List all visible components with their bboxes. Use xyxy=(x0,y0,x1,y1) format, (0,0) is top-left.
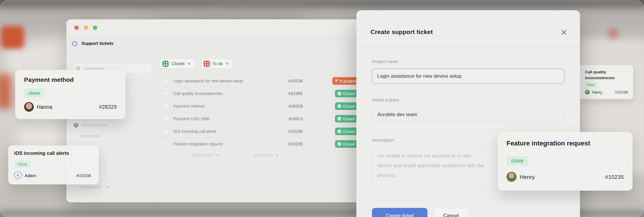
ticket-card-call-quality: Call quality inconsistencies close Hanry… xyxy=(579,65,633,99)
ticket-id: #10238 xyxy=(289,79,303,83)
sidebar-label-skeleton xyxy=(80,135,100,138)
pagination-control[interactable] xyxy=(254,154,279,157)
row-checkbox[interactable] xyxy=(163,104,168,108)
pagination-skeleton xyxy=(192,154,213,157)
modal-title: Create support ticket xyxy=(370,28,433,35)
screenshot-canvas: Call quality inconsistencies close Hanry… xyxy=(0,0,644,217)
minimize-window-button[interactable] xyxy=(84,26,88,30)
status-badge: Closed xyxy=(335,140,357,148)
layers-icon xyxy=(73,123,79,128)
row-checkbox[interactable] xyxy=(163,116,168,121)
status-badge: Closed xyxy=(335,115,357,123)
status-chip: close xyxy=(507,156,528,166)
ticket-id: #10235 xyxy=(605,174,624,180)
ticket-title: Payment USD 1850 xyxy=(173,116,210,121)
status-chip: close xyxy=(585,82,597,87)
chevron-down-icon xyxy=(216,154,219,156)
card-title: iOS incoming call alerts xyxy=(14,150,69,156)
avatar xyxy=(585,90,590,94)
sidebar-divider xyxy=(154,36,154,202)
check-icon xyxy=(337,117,341,121)
cancel-button[interactable]: Cancel xyxy=(433,208,469,217)
assignee-name: Henry xyxy=(520,174,535,180)
ticket-title: Feature integration request xyxy=(173,142,223,146)
ticket-title: Login assistance for new device setup xyxy=(173,79,243,83)
avatar xyxy=(507,172,516,182)
table-row[interactable]: Payment USD 1850 #18513 Closed xyxy=(160,112,370,125)
close-window-button[interactable] xyxy=(74,26,79,30)
sidebar-item[interactable] xyxy=(73,123,79,129)
table-row[interactable]: Login assistance for new device setup #1… xyxy=(160,74,370,87)
status-label: Closed xyxy=(343,117,355,121)
sidebar-label-skeleton xyxy=(82,124,108,127)
card-title: Feature integration request xyxy=(507,140,590,147)
grid-icon xyxy=(162,61,169,67)
app-logo-icon xyxy=(71,40,78,48)
check-icon xyxy=(337,91,341,96)
bg-top-shade xyxy=(0,0,644,8)
chevron-down-icon xyxy=(226,63,229,65)
grid-icon xyxy=(204,61,210,67)
filter-dropdown[interactable]: To do xyxy=(201,59,233,69)
card-title: Call quality inconsistencies xyxy=(585,69,623,81)
check-icon xyxy=(337,142,341,146)
status-badge: Closed xyxy=(335,90,357,97)
pin-icon xyxy=(335,79,338,83)
modal-footer-divider xyxy=(356,200,580,200)
ticket-card-feature-request: Feature integration request close Henry … xyxy=(498,132,633,191)
app-title: Support tickets xyxy=(81,41,113,46)
tickets-table: Login assistance for new device setup #1… xyxy=(160,74,370,150)
check-icon xyxy=(337,104,341,108)
assignee-name: Adam xyxy=(25,173,36,178)
pagination-skeleton xyxy=(254,154,273,157)
table-row[interactable]: Feature integration request #10235 Close… xyxy=(160,138,370,150)
status-badge: Closed xyxy=(335,128,357,135)
ticket-id: #28329 xyxy=(99,104,117,110)
ticket-id: #31985 xyxy=(289,91,303,96)
ticket-id: #28329 xyxy=(289,104,303,108)
close-icon[interactable] xyxy=(560,28,568,36)
status-label: Closed xyxy=(343,91,355,96)
status-label: Closed xyxy=(343,129,355,134)
window-titlebar xyxy=(66,19,370,36)
check-icon xyxy=(337,129,341,133)
assignee-name: Hanna xyxy=(37,104,52,110)
row-checkbox[interactable] xyxy=(163,129,168,134)
row-checkbox[interactable] xyxy=(163,91,168,96)
status-label: Closed xyxy=(343,104,355,108)
chevron-down-icon xyxy=(106,186,109,188)
table-row[interactable]: Payment method #28329 Closed xyxy=(160,100,370,112)
ticket-id: #10236 xyxy=(289,129,303,134)
ticket-title: Payment method xyxy=(173,104,204,108)
filter-dropdown[interactable]: Closed xyxy=(160,59,195,69)
team-label: Select a team xyxy=(372,97,399,102)
assignee-name: Hanry xyxy=(592,90,602,94)
status-chip: close xyxy=(14,161,31,168)
ticket-id: #10235 xyxy=(289,142,303,146)
ticket-card-payment-method: Payment method close Hanna #28329 xyxy=(15,70,125,119)
filter-label: To do xyxy=(213,61,223,66)
ticket-id: #10236 xyxy=(76,173,91,178)
project-name-input[interactable] xyxy=(372,69,564,84)
pagination-control[interactable] xyxy=(192,154,219,157)
bg-red-dot-right xyxy=(609,29,618,38)
table-row[interactable]: iOS incoming call alerts #10236 Closed xyxy=(160,125,370,138)
ticket-title: iOS incoming call alerts xyxy=(173,129,216,134)
project-name-label: Project name xyxy=(372,59,398,64)
team-select[interactable]: Acrobits dev team xyxy=(372,107,564,122)
avatar: A xyxy=(14,171,22,179)
table-row[interactable]: Call quality inconsistencies #31985 Clos… xyxy=(160,87,370,100)
description-label: Description xyxy=(372,138,394,143)
row-checkbox[interactable] xyxy=(163,141,168,146)
create-ticket-button[interactable]: Create ticket xyxy=(372,208,427,217)
status-label: In progress xyxy=(339,79,358,83)
filter-label: Closed xyxy=(172,61,185,66)
bg-orange-square xyxy=(1,26,24,49)
zoom-window-button[interactable] xyxy=(93,26,97,30)
card-title: Payment method xyxy=(24,76,74,83)
chevron-down-icon xyxy=(187,63,191,65)
bg-orange-strip xyxy=(0,74,11,109)
ticket-id: #18513 xyxy=(289,116,303,121)
row-checkbox[interactable] xyxy=(163,78,168,83)
ticket-card-ios-alerts: iOS incoming call alerts close A Adam #1… xyxy=(8,145,99,184)
